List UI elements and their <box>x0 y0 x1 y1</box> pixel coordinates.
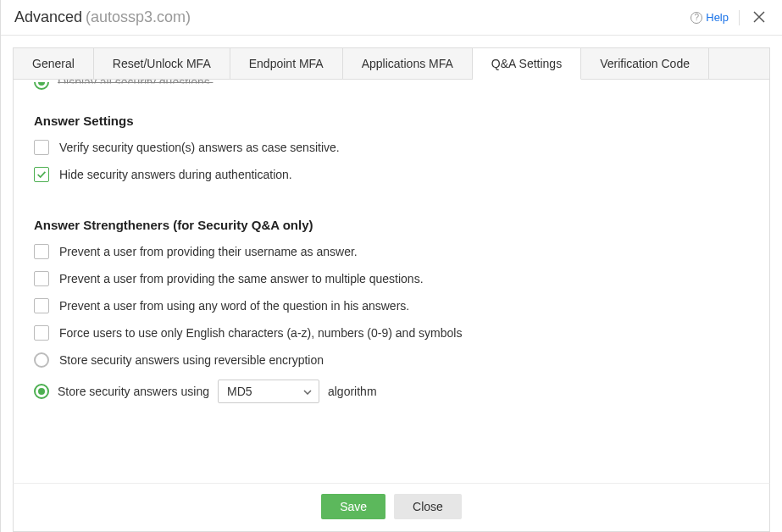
label-prevent-word: Prevent a user from using any word of th… <box>59 299 409 313</box>
checkbox-prevent-same[interactable] <box>34 271 49 286</box>
header-subtitle: (autossp3.com) <box>86 8 191 26</box>
radio-hash-algorithm[interactable] <box>34 384 49 399</box>
tab-general[interactable]: General <box>14 48 94 80</box>
tab-qa-settings[interactable]: Q&A Settings <box>473 48 581 80</box>
header-title: Advanced <box>14 8 82 26</box>
modal-header: Advanced (autossp3.com) ? Help <box>1 0 782 36</box>
checkbox-case-sensitive[interactable] <box>34 140 49 155</box>
close-icon[interactable] <box>750 10 768 25</box>
save-button[interactable]: Save <box>321 494 385 519</box>
checkbox-prevent-username[interactable] <box>34 244 49 259</box>
label-prevent-same: Prevent a user from providing the same a… <box>59 272 424 285</box>
label-force-english: Force users to use only English characte… <box>59 326 462 340</box>
hash-algorithm-value: MD5 <box>227 385 252 398</box>
label-prevent-username: Prevent a user from providing their user… <box>59 245 358 258</box>
chevron-down-icon <box>303 387 312 396</box>
label-case-sensitive: Verify security question(s) answers as c… <box>59 141 340 154</box>
label-hash-suffix: algorithm <box>328 385 377 398</box>
check-icon <box>36 169 47 180</box>
radio-icon <box>34 80 49 90</box>
advanced-settings-modal: Advanced (autossp3.com) ? Help General R… <box>0 0 782 532</box>
strengtheners-heading: Answer Strengtheners (for Security Q&A o… <box>34 218 749 232</box>
checkbox-hide-answers[interactable] <box>34 167 49 182</box>
close-button[interactable]: Close <box>394 494 462 519</box>
checkbox-force-english[interactable] <box>34 325 49 341</box>
tab-bar: General Reset/Unlock MFA Endpoint MFA Ap… <box>13 47 770 80</box>
answer-settings-heading: Answer Settings <box>34 114 749 128</box>
modal-body: General Reset/Unlock MFA Endpoint MFA Ap… <box>1 36 782 532</box>
label-hide-answers: Hide security answers during authenticat… <box>59 168 292 181</box>
label-hash-prefix: Store security answers using <box>58 385 209 398</box>
help-label: Help <box>706 11 729 24</box>
help-link[interactable]: ? Help <box>690 11 729 24</box>
settings-scroll-area[interactable]: Display all security questions. Answer S… <box>13 80 770 483</box>
tab-applications-mfa[interactable]: Applications MFA <box>343 48 473 80</box>
cutoff-label: Display all security questions. <box>58 80 214 89</box>
tab-reset-unlock-mfa[interactable]: Reset/Unlock MFA <box>94 48 230 80</box>
tab-endpoint-mfa[interactable]: Endpoint MFA <box>230 48 343 80</box>
hash-algorithm-select[interactable]: MD5 <box>218 380 319 403</box>
tab-verification-code[interactable]: Verification Code <box>581 48 709 80</box>
radio-reversible-encryption[interactable] <box>34 352 49 368</box>
label-reversible-encryption: Store security answers using reversible … <box>59 353 324 367</box>
checkbox-prevent-word[interactable] <box>34 298 49 313</box>
modal-footer: Save Close <box>13 483 770 532</box>
cutoff-previous-option: Display all security questions. <box>34 83 749 90</box>
header-divider <box>739 10 740 25</box>
help-icon: ? <box>690 12 702 24</box>
